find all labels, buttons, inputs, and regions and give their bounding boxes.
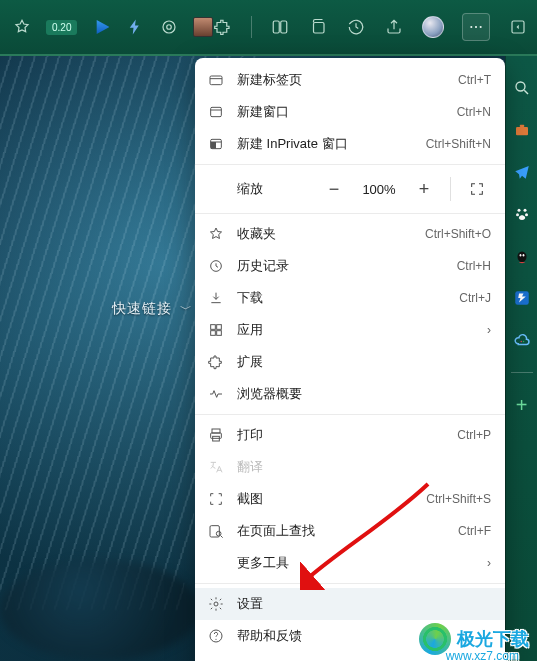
avatar-icon[interactable] — [193, 17, 213, 37]
chevron-right-icon: › — [487, 556, 491, 570]
menu-item-browser-summary[interactable]: 浏览器概要 — [195, 378, 505, 410]
svg-point-1 — [167, 25, 172, 30]
zoom-controls: − 100% + — [320, 175, 491, 203]
qq-icon[interactable] — [512, 246, 532, 266]
more-menu-button[interactable] — [462, 13, 490, 41]
baidu-icon[interactable] — [512, 204, 532, 224]
rate-badge-value: 0.20 — [52, 22, 71, 33]
menu-item-print[interactable]: 打印 Ctrl+P — [195, 419, 505, 451]
quick-links-label: 快速链接 — [112, 300, 172, 318]
menu-item-extensions[interactable]: 扩展 — [195, 346, 505, 378]
extension-icon[interactable] — [213, 17, 233, 37]
zoom-in-button[interactable]: + — [410, 175, 438, 203]
menu-item-label: 下载 — [237, 289, 447, 307]
svg-point-36 — [214, 602, 218, 606]
svg-rect-31 — [212, 429, 220, 433]
svg-point-21 — [522, 341, 524, 343]
menu-item-screenshot[interactable]: 截图 Ctrl+Shift+S — [195, 483, 505, 515]
bolt-icon[interactable] — [125, 17, 145, 37]
search-icon[interactable] — [512, 78, 532, 98]
menu-item-label: 收藏夹 — [237, 225, 413, 243]
menu-item-label: 历史记录 — [237, 257, 445, 275]
menu-item-label: 在页面上查找 — [237, 522, 446, 540]
sidebar-add-button[interactable]: + — [516, 395, 528, 415]
menu-item-new-window[interactable]: 新建窗口 Ctrl+N — [195, 96, 505, 128]
svg-rect-3 — [281, 21, 287, 33]
apps-icon — [207, 321, 225, 339]
app-menu-icon[interactable] — [12, 17, 32, 37]
menu-item-shortcut: Ctrl+Shift+O — [425, 227, 491, 241]
menu-separator — [195, 213, 505, 214]
menu-item-shortcut: Ctrl+H — [457, 259, 491, 273]
menu-item-new-tab[interactable]: 新建标签页 Ctrl+T — [195, 64, 505, 96]
flag-icon[interactable] — [512, 288, 532, 308]
tab-icon — [207, 71, 225, 89]
heartbeat-icon — [207, 385, 225, 403]
chevron-down-icon: ﹀ — [180, 301, 193, 318]
telegram-icon[interactable] — [512, 162, 532, 182]
svg-point-16 — [517, 252, 526, 263]
watermark: 极光下载 www.xz7.com — [419, 623, 529, 655]
toolbar-right-group — [213, 13, 537, 41]
svg-rect-30 — [217, 331, 222, 336]
watermark-brand: 极光下载 — [457, 627, 529, 651]
menu-item-downloads[interactable]: 下载 Ctrl+J — [195, 282, 505, 314]
profile-icon[interactable] — [422, 16, 444, 38]
menu-item-label: 浏览器概要 — [237, 385, 491, 403]
svg-point-14 — [516, 213, 519, 216]
find-icon — [207, 522, 225, 540]
svg-rect-28 — [217, 325, 222, 330]
svg-rect-22 — [210, 76, 222, 85]
browser-right-sidebar: + — [505, 56, 537, 661]
briefcase-icon[interactable] — [512, 120, 532, 140]
svg-rect-2 — [274, 21, 280, 33]
menu-separator — [195, 583, 505, 584]
svg-rect-29 — [211, 331, 216, 336]
zoom-divider — [450, 177, 451, 201]
fullscreen-button[interactable] — [463, 175, 491, 203]
svg-point-9 — [516, 82, 525, 91]
browser-overflow-menu: 新建标签页 Ctrl+T 新建窗口 Ctrl+N 新建 InPrivate 窗口… — [195, 58, 505, 661]
menu-separator — [195, 164, 505, 165]
svg-point-18 — [522, 254, 524, 256]
svg-rect-10 — [516, 127, 528, 135]
quick-links-heading[interactable]: 快速链接 ﹀ — [112, 300, 193, 318]
svg-point-17 — [519, 254, 521, 256]
translate-icon — [207, 458, 225, 476]
menu-item-label: 翻译 — [237, 458, 491, 476]
window-icon — [207, 103, 225, 121]
cloud-icon[interactable] — [512, 330, 532, 350]
play-icon[interactable] — [91, 17, 111, 37]
history-icon — [207, 257, 225, 275]
svg-rect-25 — [211, 142, 216, 149]
menu-item-favorites[interactable]: 收藏夹 Ctrl+Shift+O — [195, 218, 505, 250]
menu-item-apps[interactable]: 应用 › — [195, 314, 505, 346]
menu-item-new-inprivate[interactable]: 新建 InPrivate 窗口 Ctrl+Shift+N — [195, 128, 505, 160]
svg-point-13 — [523, 209, 526, 212]
zoom-out-button[interactable]: − — [320, 175, 348, 203]
menu-item-shortcut: Ctrl+Shift+N — [426, 137, 491, 151]
history-toolbar-icon[interactable] — [346, 17, 366, 37]
svg-point-20 — [520, 341, 522, 343]
menu-item-shortcut: Ctrl+P — [457, 428, 491, 442]
target-icon[interactable] — [159, 17, 179, 37]
svg-point-12 — [517, 209, 520, 212]
menu-item-label: 新建窗口 — [237, 103, 445, 121]
menu-item-label: 扩展 — [237, 353, 491, 371]
svg-rect-4 — [314, 23, 325, 34]
share-icon[interactable] — [384, 17, 404, 37]
menu-item-history[interactable]: 历史记录 Ctrl+H — [195, 250, 505, 282]
collections-icon[interactable] — [308, 17, 328, 37]
sidebar-toggle-icon[interactable] — [270, 17, 290, 37]
svg-point-5 — [471, 26, 473, 28]
menu-item-find[interactable]: 在页面上查找 Ctrl+F — [195, 515, 505, 547]
toolbar-left-group: 0.20 — [8, 17, 213, 37]
menu-item-settings[interactable]: 设置 — [195, 588, 505, 620]
blank-icon — [207, 180, 225, 198]
menu-item-shortcut: Ctrl+N — [457, 105, 491, 119]
panel-pin-icon[interactable] — [508, 17, 528, 37]
screenshot-icon — [207, 490, 225, 508]
browser-top-toolbar: 0.20 — [0, 0, 537, 56]
menu-item-more-tools[interactable]: 更多工具 › — [195, 547, 505, 579]
svg-rect-23 — [211, 107, 222, 116]
